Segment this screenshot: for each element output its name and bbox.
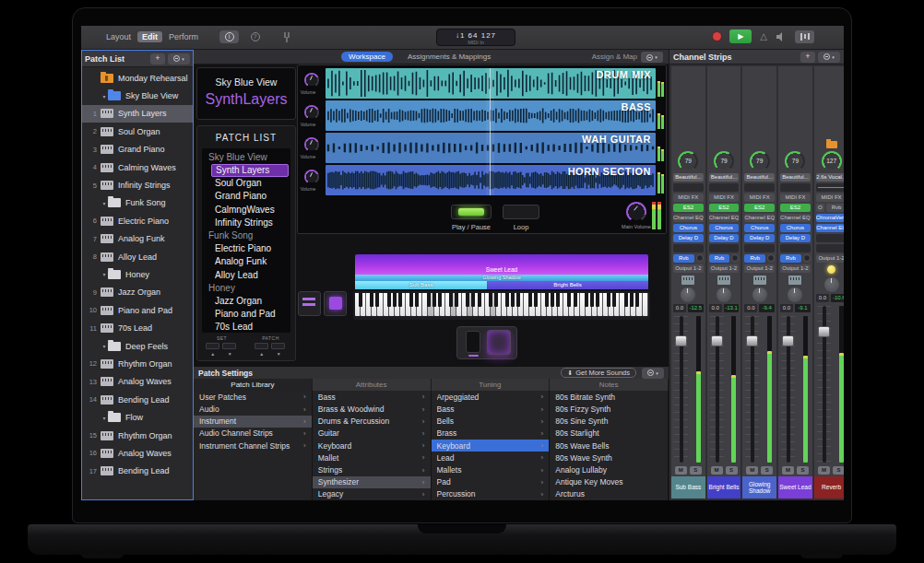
volume-value[interactable]: 0.0	[673, 304, 686, 312]
library-item-keyboard[interactable]: Keyboard›	[432, 440, 550, 452]
library-tab-notes[interactable]: Notes	[550, 379, 669, 391]
black-key[interactable]	[438, 293, 442, 307]
setting-button[interactable]	[816, 183, 844, 192]
black-key[interactable]	[415, 293, 419, 307]
insert-slot[interactable]: Delay D	[744, 234, 775, 242]
volume-value[interactable]: 0.0	[780, 304, 793, 312]
midi-fx-slot[interactable]: MIDI FX	[780, 194, 811, 202]
sidebar-row-alloy-lead[interactable]: 8Alloy Lead	[82, 248, 193, 265]
pan-knob[interactable]	[788, 287, 802, 302]
play-button[interactable]: ▶	[729, 29, 752, 43]
black-key[interactable]	[427, 293, 431, 307]
black-key[interactable]	[585, 293, 588, 307]
sidebar-row-honey[interactable]: ▾Honey	[82, 265, 193, 283]
black-key[interactable]	[624, 293, 628, 307]
send-slot[interactable]: Rvb	[744, 254, 765, 263]
expression-knob[interactable]: 79	[678, 151, 698, 171]
black-key[interactable]	[534, 293, 538, 307]
midi-fx-slot[interactable]: MIDI FX	[673, 194, 704, 202]
black-key[interactable]	[567, 293, 571, 307]
volume-value[interactable]: 0.0	[816, 294, 829, 302]
sustain-pedal[interactable]	[487, 330, 511, 355]
add-patch-button[interactable]: +	[150, 53, 165, 65]
strip-name[interactable]: Reverb	[814, 476, 844, 498]
sidebar-row-rhythm-organ[interactable]: 15Rhythm Organ	[82, 427, 193, 444]
library-item-80s-wave-synth[interactable]: 80s Wave Synth	[550, 452, 668, 463]
strip-name[interactable]: Sweet Lead	[778, 476, 812, 498]
midi-fx-slot[interactable]: MIDI FX	[709, 194, 740, 202]
library-item-arpeggiated[interactable]: Arpeggiated›	[432, 391, 550, 403]
output-slot[interactable]: Output 1-2	[673, 264, 704, 273]
tuner-button[interactable]	[277, 30, 296, 43]
library-item-80s-starlight[interactable]: 80s Starlight	[550, 428, 668, 440]
black-key[interactable]	[375, 293, 379, 307]
black-key[interactable]	[449, 293, 453, 307]
layer-glowing-shadow[interactable]: Glowing Shadow	[355, 275, 648, 281]
expression-pedal[interactable]	[466, 331, 480, 353]
strip-name[interactable]: Sub Bass	[671, 476, 705, 498]
library-item-brass[interactable]: Brass›	[432, 428, 550, 440]
send-knob[interactable]	[731, 254, 739, 262]
instrument-slot[interactable]: ES2	[780, 204, 811, 212]
send-knob[interactable]	[803, 254, 811, 262]
black-key[interactable]	[478, 293, 481, 307]
fader-handle[interactable]	[782, 335, 794, 346]
black-key[interactable]	[471, 293, 475, 307]
set-arrows[interactable]: ▲ ▼	[206, 351, 237, 357]
sidebar-row-70s-lead[interactable]: 1170s Lead	[82, 319, 193, 336]
sidebar-row-piano-and-pad[interactable]: 10Piano and Pad	[82, 301, 193, 319]
expression-knob[interactable]: 79	[714, 151, 734, 171]
mode-edit[interactable]: Edit	[137, 31, 162, 42]
send-knob[interactable]	[767, 254, 775, 262]
library-item-bass[interactable]: Bass›	[432, 404, 550, 416]
volume-value[interactable]: 0.0	[709, 304, 722, 312]
insert-slot[interactable]: ChromaVerb	[816, 214, 844, 222]
channel-strips-action-menu[interactable]: ▾	[818, 52, 840, 63]
track-volume-knob[interactable]	[304, 137, 319, 152]
black-key[interactable]	[607, 293, 610, 307]
black-key[interactable]	[387, 293, 391, 307]
setting-button[interactable]	[673, 183, 704, 192]
info-button[interactable]: i	[219, 30, 239, 43]
layer-bright-bells[interactable]: Bright Bells	[487, 281, 648, 289]
library-item-instrument-channel-strips[interactable]: Instrument Channel Strips›	[194, 440, 312, 452]
insert-slot[interactable]: Delay D	[673, 234, 704, 242]
tab-assignments-mappings[interactable]: Assignments & Mappings	[400, 52, 498, 62]
disclosure-caret-icon[interactable]: ▾	[101, 415, 108, 421]
strip-name[interactable]: Glowing Shadow	[742, 476, 776, 498]
black-key[interactable]	[359, 293, 362, 307]
insert-slot[interactable]: Chorus	[780, 224, 811, 232]
expression-knob[interactable]: 79	[750, 151, 770, 171]
layer-sub-bass[interactable]: Sub Bass	[355, 281, 487, 289]
black-key[interactable]	[494, 293, 498, 307]
solo-button[interactable]: S	[833, 466, 844, 475]
black-key[interactable]	[545, 293, 549, 307]
mode-perform[interactable]: Perform	[164, 31, 203, 42]
patch-selector[interactable]: PATCH ▲ ▼	[255, 335, 286, 357]
insert-slot[interactable]: Delay D	[780, 234, 811, 242]
eq-slot[interactable]: Channel EQ	[709, 214, 740, 222]
insert-slot[interactable]: Chorus	[673, 224, 704, 232]
library-item-mallets[interactable]: Mallets›	[432, 463, 550, 475]
sidebar-row-grand-piano[interactable]: 3Grand Piano	[82, 141, 193, 158]
layer-sweet-lead[interactable]: Sweet Lead	[355, 254, 648, 275]
insert-slot[interactable]: Chorus	[709, 224, 740, 232]
black-key[interactable]	[432, 293, 436, 307]
sidebar-row-sky-blue-view[interactable]: ▾Sky Blue View	[82, 87, 193, 104]
black-key[interactable]	[630, 293, 634, 307]
volume-value[interactable]: 0.0	[744, 304, 757, 312]
track-volume-knob[interactable]	[304, 105, 319, 120]
strip-patch-label[interactable]: 2.6s Vocal...	[816, 173, 844, 182]
library-item-user-patches[interactable]: User Patches›	[194, 391, 312, 403]
sidebar-row-electric-piano[interactable]: 6Electric Piano	[82, 212, 193, 229]
patch-entry-synth-layers[interactable]: Synth Layers	[211, 164, 289, 177]
send-slot[interactable]: Rvb	[780, 254, 801, 263]
get-more-sounds-button[interactable]: ⬇ Get More Sounds	[561, 368, 636, 378]
setting-button[interactable]	[780, 183, 811, 192]
black-key[interactable]	[409, 293, 413, 307]
sidebar-row-deep-feels[interactable]: ▾Deep Feels	[82, 337, 193, 355]
input-bus[interactable]: Rvb	[826, 204, 844, 212]
strip-patch-label[interactable]: Beautiful...	[709, 173, 740, 182]
library-tab-tuning[interactable]: Tuning	[432, 379, 551, 391]
record-button[interactable]	[713, 32, 721, 41]
